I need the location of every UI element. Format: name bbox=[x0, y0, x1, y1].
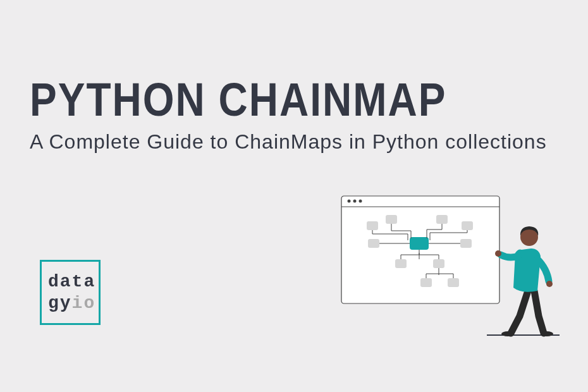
svg-rect-8 bbox=[462, 221, 473, 230]
page-title: PYTHON CHAINMAP bbox=[30, 73, 446, 126]
hero-illustration bbox=[335, 193, 563, 338]
svg-rect-7 bbox=[436, 215, 448, 224]
logo-line-2: gyio bbox=[48, 293, 92, 314]
svg-point-23 bbox=[541, 331, 553, 336]
svg-point-3 bbox=[353, 200, 357, 203]
svg-rect-19 bbox=[420, 278, 432, 287]
svg-rect-9 bbox=[410, 237, 429, 250]
svg-rect-20 bbox=[448, 278, 459, 287]
logo-line-1: data bbox=[48, 271, 92, 293]
svg-point-22 bbox=[501, 331, 514, 336]
page-subtitle: A Complete Guide to ChainMaps in Python … bbox=[30, 126, 554, 158]
svg-rect-11 bbox=[460, 239, 472, 248]
svg-point-25 bbox=[546, 281, 553, 287]
svg-rect-6 bbox=[386, 215, 397, 224]
svg-rect-15 bbox=[395, 259, 407, 268]
svg-point-24 bbox=[495, 250, 501, 257]
svg-rect-5 bbox=[367, 221, 378, 230]
svg-point-2 bbox=[348, 200, 351, 203]
svg-rect-10 bbox=[368, 239, 379, 248]
svg-rect-16 bbox=[433, 259, 444, 268]
svg-point-4 bbox=[359, 200, 362, 203]
datagy-logo: data gyio bbox=[40, 260, 101, 325]
